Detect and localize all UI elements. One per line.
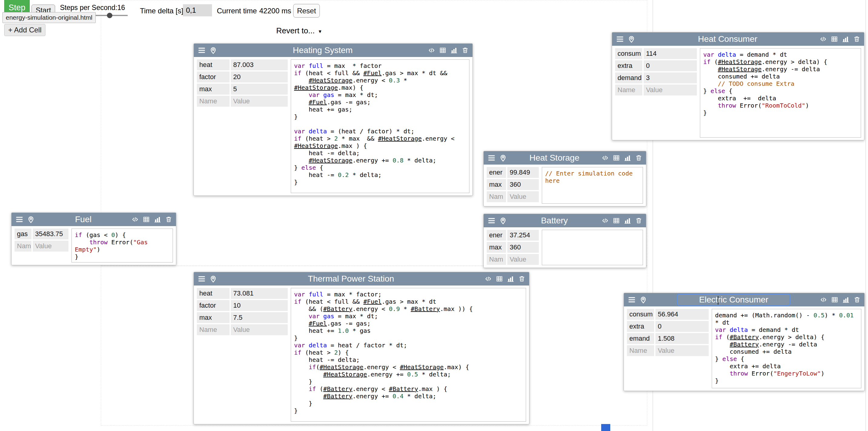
code-editor[interactable]: var full = max * factorif (heat < full &… <box>291 59 469 193</box>
property-name-input[interactable]: max <box>487 179 506 190</box>
trash-icon[interactable] <box>854 296 861 304</box>
trash-icon[interactable] <box>853 35 861 43</box>
add-cell-button[interactable]: + Add Cell <box>4 24 45 36</box>
card-title[interactable]: Heat Consumer <box>639 33 816 45</box>
code-editor[interactable]: // Enter simulation codehere <box>542 167 643 204</box>
property-value-input[interactable]: Value <box>655 345 709 356</box>
property-name-input[interactable]: extra <box>615 60 642 71</box>
revert-dropdown[interactable]: Revert to... ▼ <box>276 26 322 35</box>
property-value-input[interactable]: 73.081 <box>231 288 288 299</box>
property-name-input[interactable]: max <box>197 84 229 94</box>
time-delta-input[interactable]: 0,1 <box>183 4 212 17</box>
property-name-input[interactable]: Nam <box>487 191 506 202</box>
table-icon[interactable] <box>439 47 446 54</box>
pin-icon[interactable] <box>499 154 507 162</box>
property-name-input[interactable]: consum <box>615 48 642 59</box>
property-name-input[interactable]: max <box>487 242 506 253</box>
property-value-input[interactable]: Value <box>644 85 697 95</box>
code-icon[interactable] <box>819 35 827 43</box>
property-name-input[interactable]: Nam <box>14 241 31 252</box>
property-value-input[interactable]: 99.849 <box>507 167 539 178</box>
property-name-input[interactable]: Name <box>615 85 642 95</box>
property-value-input[interactable]: 1.508 <box>655 333 709 344</box>
property-name-input[interactable]: Name <box>197 96 229 107</box>
chart-icon[interactable] <box>624 154 631 162</box>
code-editor[interactable]: if (gas < 0) { throw Error("GasEmpty")} <box>71 229 173 262</box>
table-icon[interactable] <box>831 35 838 43</box>
pin-icon[interactable] <box>209 46 217 55</box>
reset-button[interactable]: Reset <box>293 4 320 18</box>
menu-icon[interactable] <box>15 215 24 224</box>
property-value-input[interactable]: 0 <box>644 60 697 71</box>
trash-icon[interactable] <box>635 217 642 224</box>
chart-icon[interactable] <box>451 47 458 54</box>
property-value-input[interactable]: 35483.75 <box>33 229 68 239</box>
property-name-input[interactable]: Nam <box>487 254 506 265</box>
property-name-input[interactable]: Name <box>197 324 229 335</box>
property-name-input[interactable]: heat <box>197 59 229 70</box>
code-icon[interactable] <box>485 275 492 283</box>
table-icon[interactable] <box>143 216 150 223</box>
chart-icon[interactable] <box>624 217 631 224</box>
chart-icon[interactable] <box>842 296 849 304</box>
chart-icon[interactable] <box>842 35 849 43</box>
trash-icon[interactable] <box>165 216 172 223</box>
property-value-input[interactable]: 0 <box>655 321 709 332</box>
pin-icon[interactable] <box>499 217 507 225</box>
pin-icon[interactable] <box>639 295 648 304</box>
property-name-input[interactable]: factor <box>197 71 229 82</box>
code-editor[interactable]: var delta = demand * dtif (#HeatStorage.… <box>700 48 861 138</box>
trash-icon[interactable] <box>518 275 525 283</box>
property-value-input[interactable]: Value <box>231 96 288 107</box>
pin-icon[interactable] <box>209 275 217 283</box>
card-title[interactable]: Battery <box>510 214 598 227</box>
property-name-input[interactable]: emand <box>627 333 654 344</box>
property-value-input[interactable]: 37.254 <box>507 230 539 241</box>
card-header[interactable]: Electric Consumer <box>624 293 864 307</box>
property-value-input[interactable]: 20 <box>231 71 288 82</box>
property-name-input[interactable]: ener <box>487 230 506 241</box>
property-value-input[interactable]: Value <box>507 191 539 202</box>
code-editor[interactable] <box>542 230 643 265</box>
card-header[interactable]: Heat Consumer <box>612 32 864 46</box>
property-name-input[interactable]: ener <box>487 167 506 178</box>
menu-icon[interactable] <box>616 35 624 44</box>
table-icon[interactable] <box>496 275 503 283</box>
property-value-input[interactable]: 3 <box>644 73 697 83</box>
property-value-input[interactable]: 114 <box>644 48 697 59</box>
menu-icon[interactable] <box>627 295 636 304</box>
card-header[interactable]: Fuel <box>11 213 176 226</box>
property-name-input[interactable]: heat <box>197 288 229 299</box>
card-header[interactable]: Battery <box>484 214 646 227</box>
property-name-input[interactable]: consum <box>627 309 654 320</box>
card-title[interactable]: Heat Storage <box>510 152 598 164</box>
card-header[interactable]: Heat Storage <box>484 151 646 165</box>
property-value-input[interactable]: Value <box>507 254 539 265</box>
card-header[interactable]: Heating System <box>194 44 472 57</box>
menu-icon[interactable] <box>197 46 206 55</box>
property-name-input[interactable]: max <box>197 312 229 323</box>
menu-icon[interactable] <box>487 217 496 225</box>
code-icon[interactable] <box>601 217 609 224</box>
card-title[interactable]: Fuel <box>38 213 128 226</box>
chart-icon[interactable] <box>154 216 161 223</box>
property-name-input[interactable]: extra <box>627 321 654 332</box>
property-name-input[interactable]: Name <box>627 345 654 356</box>
property-name-input[interactable]: factor <box>197 300 229 311</box>
property-value-input[interactable]: 56.964 <box>655 309 709 320</box>
code-icon[interactable] <box>601 154 609 162</box>
table-icon[interactable] <box>831 296 838 304</box>
code-editor[interactable]: var full = max * factor;if (heat < full … <box>291 288 526 422</box>
property-value-input[interactable]: Value <box>33 241 68 252</box>
menu-icon[interactable] <box>197 275 206 283</box>
property-value-input[interactable]: 10 <box>231 300 288 311</box>
menu-icon[interactable] <box>487 154 496 162</box>
code-icon[interactable] <box>428 47 435 54</box>
property-value-input[interactable]: Value <box>231 324 288 335</box>
code-editor[interactable]: demand += (Math.random() - 0.5) * 0.01* … <box>712 309 861 388</box>
card-header[interactable]: Thermal Power Station <box>194 272 529 286</box>
table-icon[interactable] <box>613 217 620 224</box>
pin-icon[interactable] <box>627 35 636 44</box>
code-icon[interactable] <box>820 296 827 304</box>
property-value-input[interactable]: 5 <box>231 84 288 94</box>
